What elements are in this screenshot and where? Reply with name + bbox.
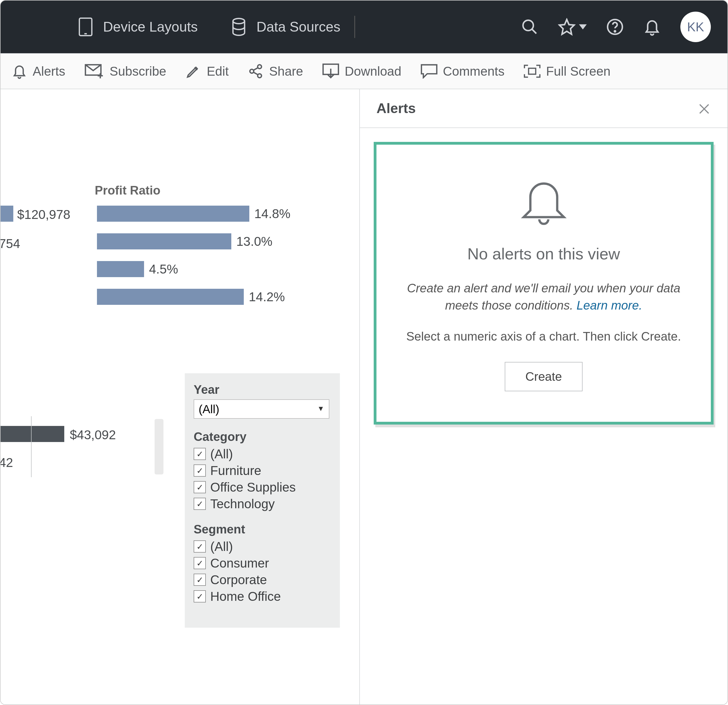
value-label: 42 (0, 455, 13, 470)
value-label: $43,092 (70, 427, 116, 442)
chart-bar[interactable] (0, 206, 13, 222)
main-area: $120,978 754 Profit Ratio 14.8% 13.0% 4.… (0, 89, 728, 705)
chart-bar[interactable] (97, 261, 144, 277)
axis-line (31, 416, 32, 477)
option-label: Corporate (210, 572, 267, 587)
toolbar-label: Alerts (33, 64, 65, 79)
toolbar-share[interactable]: Share (248, 64, 303, 79)
filters-panel: Year (All) Category ✓(All) ✓Furniture ✓O… (185, 373, 340, 628)
star-icon (558, 18, 576, 36)
svg-point-8 (614, 31, 615, 32)
notifications-icon[interactable] (643, 17, 661, 36)
segment-option[interactable]: ✓Corporate (194, 572, 329, 587)
alerts-empty-subtext: Create an alert and we'll email you when… (393, 279, 694, 314)
alerts-panel-header: Alerts (360, 89, 728, 128)
chart-bar[interactable] (97, 206, 249, 222)
svg-rect-19 (529, 68, 536, 74)
chart-bar[interactable] (0, 426, 64, 442)
pencil-icon (186, 64, 201, 79)
bar-value-label: 13.0% (236, 234, 272, 249)
bell-icon (516, 172, 572, 230)
category-option[interactable]: ✓Office Supplies (194, 480, 329, 495)
top-navbar: Device Layouts Data Sources KK (0, 0, 728, 53)
year-select[interactable]: (All) (194, 400, 329, 419)
svg-marker-5 (559, 19, 574, 34)
checkbox-icon: ✓ (194, 498, 206, 510)
checkbox-icon: ✓ (194, 448, 206, 460)
svg-line-4 (532, 29, 536, 33)
category-option[interactable]: ✓(All) (194, 446, 329, 462)
bar-value-label: 4.5% (149, 262, 178, 276)
user-avatar[interactable]: KK (680, 12, 711, 42)
chart-title: Profit Ratio (95, 184, 160, 197)
avatar-initials: KK (687, 19, 704, 34)
option-label: Furniture (210, 463, 261, 478)
svg-point-2 (233, 19, 245, 24)
filter-title-year: Year (194, 383, 329, 397)
checkbox-icon: ✓ (194, 540, 206, 553)
svg-point-12 (250, 69, 254, 73)
category-option[interactable]: ✓Technology (194, 497, 329, 511)
scrollbar[interactable] (155, 419, 163, 475)
toolbar-comments[interactable]: Comments (421, 64, 504, 79)
share-icon (248, 64, 263, 79)
alerts-instruction: Select a numeric axis of a chart. Then c… (393, 327, 694, 345)
svg-rect-0 (79, 18, 92, 36)
toolbar-label: Subscribe (110, 64, 166, 79)
option-label: Home Office (210, 589, 281, 604)
segment-option[interactable]: ✓Home Office (194, 589, 329, 604)
help-icon[interactable] (606, 18, 624, 36)
visualization-pane: $120,978 754 Profit Ratio 14.8% 13.0% 4.… (0, 89, 359, 705)
filter-title-category: Category (194, 430, 329, 444)
toolbar-download[interactable]: Download (322, 64, 402, 79)
create-alert-button[interactable]: Create (505, 362, 582, 391)
fullscreen-icon (524, 64, 540, 78)
toolbar-fullscreen[interactable]: Full Screen (524, 64, 611, 79)
topbar-divider (354, 16, 355, 38)
close-icon[interactable] (698, 101, 711, 116)
learn-more-link[interactable]: Learn more. (576, 298, 642, 312)
toolbar-label: Full Screen (546, 64, 611, 79)
chart-bar[interactable] (97, 289, 244, 305)
alerts-empty-heading: No alerts on this view (393, 245, 694, 263)
database-icon (231, 18, 247, 36)
checkbox-icon: ✓ (194, 481, 206, 493)
alerts-panel: Alerts No alerts on this view Create an … (359, 89, 728, 705)
nav-device-layouts[interactable]: Device Layouts (78, 17, 198, 37)
option-label: Technology (210, 497, 275, 511)
option-label: Office Supplies (210, 480, 296, 495)
nav-label: Device Layouts (103, 19, 198, 35)
toolbar-label: Comments (443, 64, 504, 79)
download-icon (322, 64, 339, 79)
subscribe-icon (85, 64, 104, 78)
option-label: (All) (210, 539, 233, 554)
segment-option[interactable]: ✓(All) (194, 539, 329, 554)
checkbox-icon: ✓ (194, 557, 206, 569)
comment-icon (421, 64, 438, 79)
category-option[interactable]: ✓Furniture (194, 463, 329, 478)
filter-title-segment: Segment (194, 523, 329, 536)
chevron-down-icon (579, 24, 587, 30)
checkbox-icon: ✓ (194, 465, 206, 477)
toolbar-alerts[interactable]: Alerts (12, 63, 65, 80)
chart-bar[interactable] (97, 233, 231, 249)
checkbox-icon: ✓ (194, 574, 206, 586)
nav-data-sources[interactable]: Data Sources (231, 18, 341, 36)
option-label: Consumer (210, 556, 269, 570)
tablet-icon (78, 17, 93, 37)
search-icon[interactable] (521, 18, 539, 36)
bell-icon (12, 63, 27, 80)
toolbar: Alerts Subscribe Edit Share Download Com… (0, 53, 728, 89)
svg-line-15 (253, 68, 258, 70)
alerts-empty-card: No alerts on this view Create an alert a… (374, 142, 714, 424)
toolbar-edit[interactable]: Edit (186, 64, 228, 79)
alerts-panel-title: Alerts (377, 100, 416, 116)
toolbar-subscribe[interactable]: Subscribe (85, 64, 166, 79)
toolbar-label: Edit (207, 64, 228, 79)
toolbar-label: Download (345, 64, 402, 79)
segment-option[interactable]: ✓Consumer (194, 556, 329, 570)
value-label: $120,978 (17, 207, 70, 222)
bar-value-label: 14.2% (249, 289, 285, 304)
favorite-dropdown[interactable] (558, 18, 587, 36)
value-label: 754 (0, 236, 20, 251)
